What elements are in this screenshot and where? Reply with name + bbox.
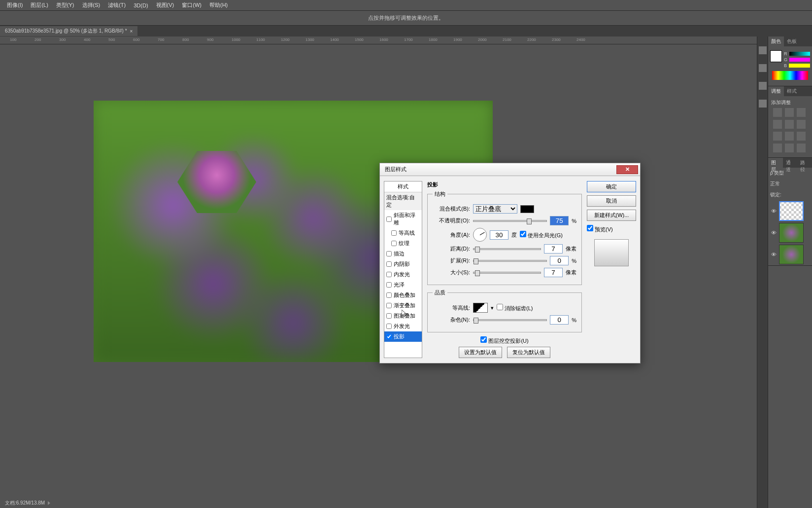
color-overlay-checkbox[interactable]: [386, 292, 392, 298]
satin-checkbox[interactable]: [386, 282, 392, 288]
knockout-checkbox[interactable]: [480, 336, 487, 343]
brightness-icon[interactable]: [773, 108, 782, 117]
curves-icon[interactable]: [797, 108, 806, 117]
blend-options[interactable]: 混合选项:自定: [384, 192, 422, 210]
exposure-icon[interactable]: [773, 120, 782, 129]
spread-slider[interactable]: [473, 260, 547, 262]
bevel-checkbox[interactable]: [386, 217, 392, 222]
noise-slider[interactable]: [473, 319, 547, 321]
posterize-icon[interactable]: [797, 144, 806, 152]
photo-filter-icon[interactable]: [785, 132, 794, 141]
angle-input[interactable]: [490, 230, 508, 240]
visibility-icon[interactable]: 👁: [770, 252, 777, 257]
contour-picker[interactable]: [473, 303, 488, 313]
style-stroke[interactable]: 描边: [384, 249, 422, 259]
menu-window[interactable]: 窗口(W): [178, 1, 205, 9]
distance-slider[interactable]: [473, 248, 541, 250]
layer-row-polygon[interactable]: 👁: [768, 200, 812, 222]
layer-row-1[interactable]: 👁: [768, 222, 812, 244]
menu-image[interactable]: 图像(I): [3, 1, 27, 9]
blend-mode-select[interactable]: 正片叠底: [473, 204, 517, 214]
angle-dial[interactable]: [473, 228, 487, 242]
bw-icon[interactable]: [773, 132, 782, 141]
make-default-button[interactable]: 设置为默认值: [459, 347, 502, 358]
style-inner-shadow[interactable]: 内阴影: [384, 259, 422, 269]
styles-header[interactable]: 样式: [384, 181, 422, 192]
menu-help[interactable]: 帮助(H): [205, 1, 232, 9]
vibrance-icon[interactable]: [785, 120, 794, 129]
shadow-color-chip[interactable]: [520, 205, 534, 213]
blend-mode-select[interactable]: 正常: [770, 181, 780, 187]
new-style-button[interactable]: 新建样式(W)...: [587, 210, 636, 221]
texture-checkbox[interactable]: [391, 241, 397, 246]
style-bevel[interactable]: 斜面和浮雕: [384, 210, 422, 228]
kind-filter[interactable]: ρ 类型: [770, 170, 784, 177]
foreground-swatch[interactable]: [770, 50, 782, 62]
size-input[interactable]: [544, 268, 563, 277]
menu-view[interactable]: 视图(V): [152, 1, 178, 9]
history-icon[interactable]: [759, 46, 767, 54]
properties-icon[interactable]: [759, 64, 767, 72]
style-satin[interactable]: 光泽: [384, 280, 422, 290]
global-light-checkbox[interactable]: [520, 231, 526, 237]
size-slider[interactable]: [473, 272, 541, 274]
layer-row-bg[interactable]: 👁: [768, 244, 812, 265]
menu-type[interactable]: 类型(Y): [52, 1, 78, 9]
dialog-titlebar[interactable]: 图层样式 ✕: [380, 163, 640, 176]
close-icon[interactable]: ×: [130, 29, 133, 34]
inner-glow-checkbox[interactable]: [386, 272, 392, 277]
tab-adjustments[interactable]: 调整: [768, 86, 784, 96]
visibility-icon[interactable]: 👁: [770, 208, 777, 214]
antialias-checkbox[interactable]: [497, 304, 503, 310]
outer-glow-checkbox[interactable]: [386, 324, 392, 329]
cancel-button[interactable]: 取消: [587, 195, 636, 207]
ok-button[interactable]: 确定: [587, 181, 636, 192]
document-tab[interactable]: 6350ab91b7358e3571.jpg @ 50% (多边形 1, RGB…: [0, 26, 137, 36]
style-color-overlay[interactable]: 颜色叠加: [384, 290, 422, 300]
tab-layers[interactable]: 图层: [768, 158, 783, 168]
tab-channels[interactable]: 通道: [783, 158, 798, 168]
lookup-icon[interactable]: [773, 144, 782, 152]
opacity-slider[interactable]: [473, 220, 547, 222]
channel-mixer-icon[interactable]: [797, 132, 806, 141]
tab-paths[interactable]: 路径: [797, 158, 812, 168]
paragraph-icon[interactable]: [759, 100, 767, 108]
hue-icon[interactable]: [797, 120, 806, 129]
status-menu-icon[interactable]: [48, 501, 50, 505]
gradient-overlay-checkbox[interactable]: [386, 303, 392, 308]
invert-icon[interactable]: [785, 144, 794, 152]
spread-input[interactable]: [550, 256, 569, 265]
stroke-checkbox[interactable]: [386, 251, 392, 256]
visibility-icon[interactable]: 👁: [770, 230, 777, 236]
opacity-input[interactable]: [550, 216, 569, 225]
inner-shadow-checkbox[interactable]: [386, 261, 392, 267]
color-spectrum[interactable]: [772, 71, 808, 80]
levels-icon[interactable]: [785, 108, 794, 117]
noise-input[interactable]: [550, 315, 569, 325]
contour-checkbox[interactable]: [391, 230, 397, 236]
tab-styles[interactable]: 样式: [784, 86, 800, 96]
close-button[interactable]: ✕: [616, 165, 638, 174]
style-texture[interactable]: 纹理: [384, 238, 422, 249]
style-gradient-overlay[interactable]: 渐变叠加: [384, 300, 422, 311]
menu-select[interactable]: 选择(S): [78, 1, 104, 9]
style-outer-glow[interactable]: 外发光: [384, 321, 422, 331]
style-drop-shadow[interactable]: 投影: [384, 331, 422, 342]
menu-filter[interactable]: 滤镜(T): [104, 1, 130, 9]
menu-layer[interactable]: 图层(L): [27, 1, 52, 9]
style-contour[interactable]: 等高线: [384, 228, 422, 238]
pattern-overlay-checkbox[interactable]: [386, 313, 392, 319]
menu-3d[interactable]: 3D(D): [130, 2, 152, 8]
b-slider[interactable]: [789, 64, 810, 68]
style-inner-glow[interactable]: 内发光: [384, 269, 422, 280]
drop-shadow-checkbox[interactable]: [386, 334, 392, 339]
tab-color[interactable]: 颜色: [768, 36, 784, 46]
contour-dropdown-icon[interactable]: ▾: [491, 305, 494, 311]
g-slider[interactable]: [789, 58, 810, 62]
distance-input[interactable]: [544, 244, 563, 254]
preview-checkbox[interactable]: [587, 225, 593, 231]
r-slider[interactable]: [789, 52, 811, 56]
reset-default-button[interactable]: 复位为默认值: [507, 347, 550, 358]
tab-swatches[interactable]: 色板: [784, 36, 800, 46]
style-pattern-overlay[interactable]: 图案叠加: [384, 311, 422, 321]
